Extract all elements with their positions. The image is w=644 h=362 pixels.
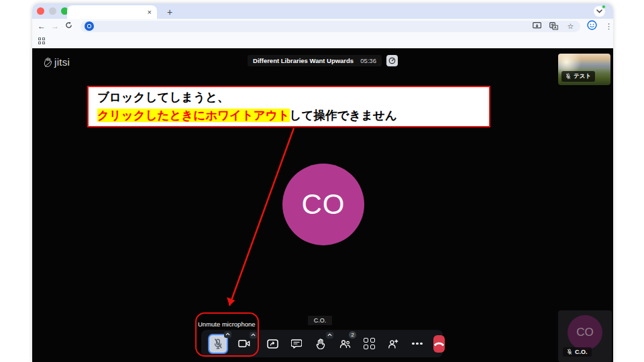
tile-view-button[interactable] bbox=[361, 336, 377, 352]
meeting-subject: Different Libraries Want Upwards bbox=[253, 57, 354, 64]
invite-person-icon bbox=[388, 339, 398, 349]
performance-indicator-button[interactable] bbox=[386, 55, 398, 66]
cast-save-icon[interactable] bbox=[533, 22, 541, 31]
hangup-phone-icon bbox=[433, 341, 445, 347]
local-avatar-initials: CO bbox=[576, 326, 594, 339]
participants-icon bbox=[339, 339, 351, 349]
annotation-line2-rest: して操作できません bbox=[290, 109, 397, 122]
screen-share-icon bbox=[267, 339, 278, 349]
bookmark-star-icon[interactable]: ☆ bbox=[566, 22, 575, 31]
chevron-down-icon bbox=[596, 9, 602, 13]
reload-icon bbox=[65, 21, 72, 29]
participant-name-label: C.O. bbox=[308, 316, 332, 325]
minimize-window-button[interactable] bbox=[49, 7, 56, 15]
participants-button[interactable]: 2 bbox=[337, 336, 353, 352]
invite-button[interactable] bbox=[385, 336, 401, 352]
local-participant-name: C.O. bbox=[575, 349, 588, 355]
speedometer-icon bbox=[388, 57, 396, 64]
participants-count-badge: 2 bbox=[349, 331, 356, 339]
hangup-button[interactable] bbox=[433, 335, 445, 353]
participant-initials: CO bbox=[302, 188, 345, 221]
local-participant-thumbnail[interactable]: CO C.O. bbox=[558, 310, 612, 362]
annotation-highlight: クリックしたときにホワイトアウト bbox=[97, 109, 290, 122]
remote-participant-name: テスト bbox=[574, 72, 591, 80]
annotation-line2: クリックしたときにホワイトアウトして操作できません bbox=[97, 107, 480, 125]
local-thumbnail-name-tag: C.O. bbox=[563, 347, 592, 357]
close-window-button[interactable] bbox=[37, 7, 44, 15]
browser-tab[interactable]: × bbox=[67, 5, 157, 19]
annotation-highlight-rect bbox=[195, 312, 259, 357]
browser-window: × + ← → ☆ bbox=[32, 3, 613, 362]
mic-muted-icon bbox=[566, 73, 571, 80]
hand-options-chevron[interactable] bbox=[326, 332, 333, 339]
address-bar[interactable]: ☆ bbox=[80, 21, 580, 32]
raise-hand-button[interactable] bbox=[313, 336, 329, 352]
reload-button[interactable] bbox=[62, 21, 75, 31]
annotation-line1: ブロックしてしまうと、 bbox=[97, 88, 480, 107]
profile-avatar[interactable] bbox=[587, 20, 597, 33]
window-controls bbox=[37, 7, 68, 15]
forward-button[interactable]: → bbox=[48, 21, 62, 31]
translate-icon[interactable] bbox=[549, 22, 558, 31]
more-actions-button[interactable] bbox=[409, 336, 425, 352]
meeting-timer: 05:36 bbox=[360, 57, 376, 64]
more-dots-icon bbox=[412, 343, 422, 345]
apps-grid-icon[interactable] bbox=[38, 38, 45, 44]
browser-menu-button[interactable]: ⋮ bbox=[604, 22, 613, 31]
tab-close-icon[interactable]: × bbox=[148, 9, 152, 16]
raise-hand-icon bbox=[316, 339, 325, 349]
remote-participant-thumbnail[interactable]: テスト bbox=[558, 54, 610, 85]
annotation-callout-box: ブロックしてしまうと、 クリックしたときにホワイトアウトして操作できません bbox=[87, 86, 490, 127]
local-avatar: CO bbox=[568, 315, 602, 350]
site-favicon bbox=[85, 21, 94, 31]
tab-search-button[interactable] bbox=[594, 6, 605, 17]
chat-button[interactable] bbox=[288, 336, 305, 352]
update-indicator-dot bbox=[602, 5, 606, 9]
remote-thumbnail-name-tag: テスト bbox=[561, 71, 595, 82]
screen-share-button[interactable] bbox=[264, 336, 280, 352]
back-button[interactable]: ← bbox=[35, 21, 48, 31]
tile-view-icon bbox=[364, 338, 375, 349]
chat-icon bbox=[291, 339, 302, 349]
subject-chip: Different Libraries Want Upwards 05:36 bbox=[248, 55, 382, 66]
new-tab-button[interactable]: + bbox=[164, 6, 176, 18]
bookmarks-bar bbox=[32, 34, 613, 48]
participant-avatar: CO bbox=[282, 164, 364, 245]
tab-strip: × + bbox=[32, 3, 613, 19]
mic-muted-icon bbox=[567, 349, 572, 355]
browser-toolbar: ← → ☆ ⋮ bbox=[32, 19, 613, 34]
subject-bar: Different Libraries Want Upwards 05:36 bbox=[32, 55, 613, 66]
